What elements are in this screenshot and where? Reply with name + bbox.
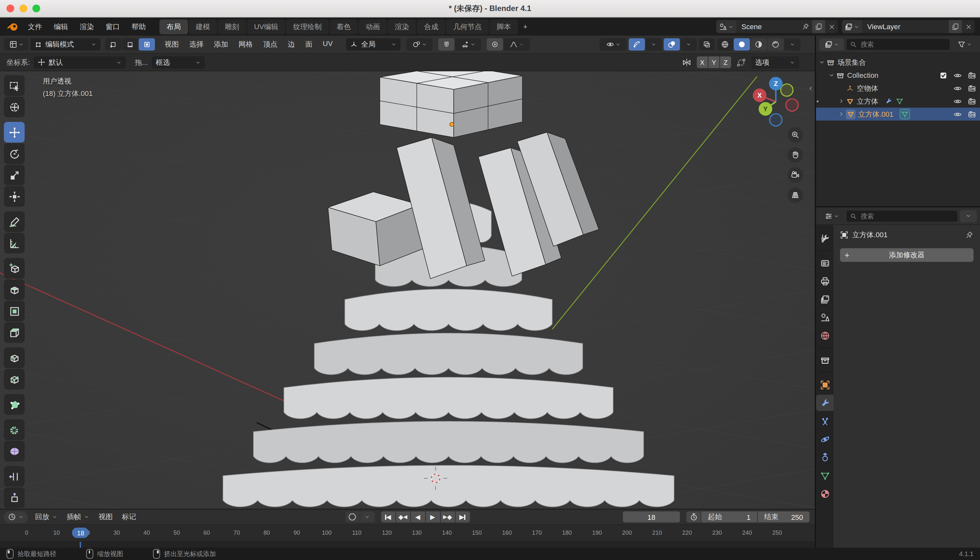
properties-tab-tool[interactable] — [816, 230, 833, 246]
properties-search-input[interactable] — [860, 212, 954, 220]
tool-select-box[interactable] — [4, 75, 25, 96]
scene-icon[interactable] — [716, 20, 736, 33]
app-menu-0[interactable]: 文件 — [22, 20, 48, 33]
delete-view-layer-button[interactable] — [962, 20, 975, 33]
tool-annotate[interactable] — [4, 211, 25, 232]
play-reverse-button[interactable]: ◀ — [411, 512, 425, 522]
viewport-menu-0[interactable]: 视图 — [160, 38, 184, 51]
hide-in-viewport-toggle[interactable] — [953, 97, 962, 105]
proportional-editing-button[interactable] — [487, 38, 503, 50]
mirror-axis-y-button[interactable]: Y — [708, 57, 720, 68]
app-menu-4[interactable]: 帮助 — [126, 20, 152, 33]
ortho-toggle-button[interactable] — [788, 187, 803, 203]
workspace-tab-7[interactable]: 渲染 — [388, 19, 417, 34]
expand-down-icon[interactable] — [828, 72, 836, 78]
coord-system-dropdown[interactable]: 默认 — [34, 56, 126, 68]
mirror-icon[interactable] — [682, 57, 692, 67]
workspace-tab-1[interactable]: 建模 — [188, 19, 217, 34]
tool-bevel[interactable] — [4, 322, 25, 343]
pivot-point-dropdown[interactable] — [407, 38, 433, 50]
tool-spin[interactable] — [4, 419, 25, 440]
gizmos-dropdown[interactable] — [645, 38, 662, 50]
current-frame-field[interactable]: 18 — [623, 512, 680, 522]
disable-in-renders-toggle[interactable] — [968, 71, 976, 79]
tool-shrink-fatten[interactable] — [4, 487, 25, 508]
properties-tab-view-layer[interactable] — [816, 291, 833, 307]
sidebar-collapse-arrow[interactable]: ‹ — [809, 83, 812, 93]
timeline-menu-2[interactable]: 视图 — [94, 510, 117, 524]
overlays-dropdown[interactable] — [680, 38, 697, 50]
pin-icon[interactable] — [965, 231, 973, 239]
properties-tab-constraints[interactable] — [816, 449, 833, 465]
properties-tab-world[interactable] — [816, 327, 833, 343]
disable-in-renders-toggle[interactable] — [968, 97, 976, 105]
tool-smooth[interactable] — [4, 441, 25, 462]
next-keyframe-button[interactable]: ▶◆ — [440, 512, 455, 522]
tool-knife[interactable] — [4, 369, 25, 390]
add-modifier-button[interactable]: + 添加修改器 — [840, 248, 973, 262]
workspace-tab-8[interactable]: 合成 — [417, 19, 446, 34]
outliner-search-input[interactable] — [860, 40, 946, 48]
view-layer-icon[interactable] — [842, 20, 862, 33]
view-layer-name[interactable]: ViewLayer — [862, 23, 949, 30]
auto-keying-dropdown[interactable] — [360, 512, 374, 522]
properties-tab-physics[interactable] — [816, 431, 833, 447]
timeline-editor-type-button[interactable] — [4, 511, 28, 523]
options-dropdown[interactable]: 选项 — [751, 56, 799, 68]
show-gizmo-dropdown[interactable] — [600, 38, 627, 50]
outliner-item-label[interactable]: 立方体.001 — [858, 109, 893, 119]
tool-add-cube[interactable] — [4, 258, 25, 279]
jump-to-end-button[interactable]: ▶ — [455, 512, 470, 522]
snap-target-dropdown[interactable] — [455, 38, 481, 50]
editor-type-button[interactable] — [4, 38, 28, 50]
hide-in-viewport-toggle[interactable] — [953, 71, 962, 79]
scene-name[interactable]: Scene — [736, 23, 799, 30]
add-workspace-button[interactable]: + — [518, 20, 533, 33]
timeline-menu-3[interactable]: 标记 — [117, 510, 141, 524]
xray-toggle-button[interactable] — [699, 38, 715, 50]
app-menu-3[interactable]: 窗口 — [100, 20, 126, 33]
prev-keyframe-button[interactable]: ◆◀ — [396, 512, 410, 522]
zoom-window-button[interactable] — [32, 5, 40, 12]
mirror-axis-z-button[interactable]: Z — [720, 57, 731, 68]
playhead-line[interactable] — [80, 542, 81, 548]
shading-wireframe-button[interactable] — [717, 38, 733, 50]
current-frame-badge[interactable]: 18 — [72, 528, 89, 538]
disable-in-renders-toggle[interactable] — [968, 84, 976, 92]
outliner-item-label[interactable]: 场景集合 — [837, 57, 866, 67]
properties-editor-type-button[interactable] — [819, 210, 844, 222]
delete-scene-button[interactable] — [825, 20, 838, 33]
timeline-ruler[interactable]: 18 0102030405060708090100110120130140150… — [0, 525, 815, 542]
workspace-tab-2[interactable]: 雕刻 — [218, 19, 246, 34]
new-scene-button[interactable] — [812, 20, 825, 33]
drag-mode-dropdown[interactable]: 框选 — [152, 56, 205, 68]
properties-tab-scene[interactable] — [816, 309, 833, 325]
outliner-editor-type-button[interactable] — [819, 38, 844, 50]
snap-toggle-button[interactable] — [438, 38, 455, 50]
use-preview-range-button[interactable] — [687, 512, 701, 522]
workspace-tab-9[interactable]: 几何节点 — [446, 19, 489, 34]
shading-material-button[interactable] — [750, 38, 767, 50]
timeline-menu-1[interactable]: 插帧 — [62, 510, 94, 524]
scene-canvas[interactable] — [0, 71, 815, 509]
viewport-menu-1[interactable]: 选择 — [184, 38, 209, 51]
transform-orientation-dropdown[interactable]: 全局 — [347, 38, 401, 50]
tool-extrude-region[interactable] — [4, 279, 25, 300]
viewport-menu-7[interactable]: UV — [318, 38, 338, 51]
breadcrumb-object-name[interactable]: 立方体.001 — [852, 230, 888, 240]
end-frame-field[interactable]: 结束 250 — [758, 512, 810, 522]
properties-tab-output[interactable] — [816, 273, 833, 289]
auto-keying-button[interactable] — [345, 512, 359, 522]
exclude-checkbox[interactable] — [939, 71, 948, 79]
outliner-item-label[interactable]: Collection — [847, 71, 878, 79]
pan-button[interactable] — [788, 147, 803, 163]
app-menu-1[interactable]: 编辑 — [48, 20, 74, 33]
tool-scale[interactable] — [4, 165, 25, 185]
properties-tab-render[interactable] — [816, 255, 833, 271]
timeline-menu-0[interactable]: 回放 — [30, 510, 62, 524]
navigation-gizmo[interactable]: ZXY — [746, 71, 806, 131]
properties-options-button[interactable] — [960, 210, 977, 222]
expand-down-icon[interactable] — [818, 59, 827, 65]
camera-view-button[interactable] — [788, 167, 803, 183]
jump-to-start-button[interactable]: ◀ — [381, 512, 395, 522]
